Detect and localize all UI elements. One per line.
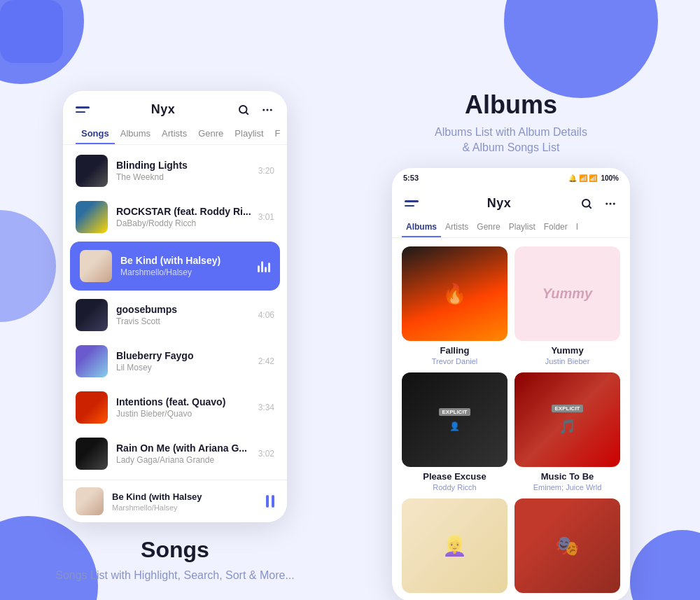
- wave-bar: [258, 265, 260, 272]
- album-card-5[interactable]: 👱‍♀️: [402, 498, 507, 593]
- songs-nav-tabs: Songs Albums Artists Genre Playlist F: [63, 124, 287, 145]
- svg-point-8: [610, 202, 612, 204]
- battery-level: 100%: [601, 174, 619, 182]
- header-icons: [237, 103, 274, 117]
- album-art-5: 👱‍♀️: [402, 498, 507, 593]
- album-art-6: 🎭: [514, 498, 620, 593]
- menu-line-2: [76, 111, 85, 113]
- song-artist: The Weeknd: [116, 172, 253, 182]
- album-card-6[interactable]: 🎭: [514, 498, 620, 593]
- song-item[interactable]: goosebumps Travis Scott 4:06: [63, 292, 287, 338]
- now-playing-bar: Be Kind (with Halsey Marshmello/Halsey: [63, 480, 287, 522]
- albums-tab-folder[interactable]: Folder: [540, 218, 572, 237]
- song-duration: 2:42: [258, 356, 274, 366]
- tab-albums[interactable]: Albums: [115, 124, 156, 144]
- svg-line-6: [589, 206, 591, 208]
- albums-title-section: Albums Albums List with Album Details& A…: [435, 84, 587, 155]
- album-card-falling[interactable]: 🔥 Falling Trevor Daniel: [402, 246, 507, 365]
- song-thumbnail: [76, 438, 108, 470]
- albums-tab-playlist[interactable]: Playlist: [505, 218, 540, 237]
- song-item[interactable]: Blueberry Faygo Lil Mosey 2:42: [63, 338, 287, 384]
- song-artist: Travis Scott: [116, 316, 253, 326]
- now-playing-name: Be Kind (with Halsey: [112, 491, 266, 502]
- albums-menu-icon[interactable]: [405, 200, 419, 207]
- now-playing-info: Be Kind (with Halsey Marshmello/Halsey: [112, 491, 266, 512]
- song-thumbnail: [76, 201, 108, 233]
- pause-icon[interactable]: [266, 495, 274, 508]
- albums-phone-mockup: 5:53 🔔 📶 📶 100% Nyx: [392, 168, 630, 600]
- album-card-music-to-be[interactable]: EXPLICIT 🎵 Music To Be Eminem; Juice Wrl…: [514, 372, 620, 491]
- search-icon[interactable]: [237, 103, 251, 117]
- tab-artists[interactable]: Artists: [156, 124, 192, 144]
- status-right: 🔔 📶 📶 100%: [568, 174, 619, 182]
- svg-point-5: [582, 200, 590, 207]
- svg-point-0: [239, 106, 247, 113]
- song-thumbnail: [76, 345, 108, 377]
- svg-line-1: [246, 112, 248, 114]
- tab-songs[interactable]: Songs: [76, 124, 115, 144]
- song-info: goosebumps Travis Scott: [116, 304, 253, 326]
- album-grid: 🔥 Falling Trevor Daniel Yummy Yummy Just…: [392, 238, 630, 600]
- song-item-active[interactable]: Be Kind (with Halsey) Marshmello/Halsey: [70, 242, 280, 291]
- album-art-yummy: Yummy: [514, 246, 620, 341]
- songs-section-label: Songs Songs List with Highlight, Search,…: [55, 538, 294, 584]
- explicit-badge-2: EXPLICIT: [552, 405, 582, 412]
- album-artist-falling: Trevor Daniel: [402, 357, 507, 365]
- tab-playlist[interactable]: Playlist: [229, 124, 269, 144]
- song-duration: 3:01: [258, 212, 274, 222]
- albums-section-subtitle: Albums List with Album Details& Album So…: [435, 125, 587, 156]
- song-info: Blueberry Faygo Lil Mosey: [116, 350, 253, 372]
- song-name: Be Kind (with Halsey): [120, 255, 252, 266]
- song-duration: 3:02: [258, 449, 274, 459]
- tab-genre[interactable]: Genre: [192, 124, 229, 144]
- song-duration: 3:34: [258, 403, 274, 412]
- wave-bar: [261, 261, 263, 272]
- albums-search-icon[interactable]: [580, 197, 594, 211]
- menu-line-1: [405, 200, 419, 202]
- more-icon[interactable]: [260, 103, 274, 117]
- song-item[interactable]: Blinding Lights The Weeknd 3:20: [63, 148, 287, 194]
- pause-bar-2: [272, 495, 274, 508]
- albums-app-title: Nyx: [487, 196, 512, 211]
- albums-tab-more[interactable]: I: [572, 218, 582, 237]
- song-info: Blinding Lights The Weeknd: [116, 160, 253, 182]
- song-name: Blinding Lights: [116, 160, 253, 171]
- song-info: Be Kind (with Halsey) Marshmello/Halsey: [120, 255, 252, 277]
- song-name: Blueberry Faygo: [116, 350, 253, 361]
- menu-icon[interactable]: [76, 106, 90, 113]
- app-title: Nyx: [151, 102, 176, 117]
- albums-tab-genre[interactable]: Genre: [472, 218, 504, 237]
- songs-phone-mockup: Nyx Songs: [63, 91, 287, 522]
- song-item[interactable]: ROCKSTAR (feat. Roddy Ri... DaBaby/Roddy…: [63, 194, 287, 240]
- song-duration: 4:06: [258, 310, 274, 320]
- song-thumbnail: [76, 391, 108, 424]
- explicit-badge: EXPLICIT: [439, 408, 470, 416]
- song-name: goosebumps: [116, 304, 253, 315]
- app-header: Nyx: [63, 91, 287, 124]
- tab-more[interactable]: F: [270, 124, 286, 144]
- decorative-rounded-rect: [0, 0, 63, 63]
- yummy-text: Yummy: [542, 286, 593, 302]
- status-time: 5:53: [403, 174, 419, 182]
- song-artist: Lady Gaga/Ariana Grande: [116, 455, 253, 465]
- album-name-please-excuse: Please Excuse: [402, 471, 507, 482]
- albums-more-icon[interactable]: [603, 197, 617, 211]
- albums-tab-albums[interactable]: Albums: [402, 218, 441, 237]
- song-thumbnail: [76, 155, 108, 187]
- menu-line-2: [405, 205, 414, 207]
- svg-point-7: [606, 202, 608, 204]
- album-figure-please-excuse: EXPLICIT 👤: [402, 372, 507, 467]
- menu-line-1: [76, 106, 90, 109]
- albums-app-header: Nyx: [392, 185, 630, 218]
- song-item[interactable]: Intentions (feat. Quavo) Justin Bieber/Q…: [63, 384, 287, 431]
- song-item[interactable]: Rain On Me (with Ariana G... Lady Gaga/A…: [63, 431, 287, 477]
- album-card-please-excuse[interactable]: EXPLICIT 👤 Please Excuse Roddy Ricch: [402, 372, 507, 491]
- song-artist: Marshmello/Halsey: [120, 267, 252, 277]
- album-name-yummy: Yummy: [514, 345, 620, 356]
- now-playing-thumbnail: [76, 487, 104, 515]
- album-card-yummy[interactable]: Yummy Yummy Justin Bieber: [514, 246, 620, 365]
- album-name-music-to-be: Music To Be: [514, 471, 620, 482]
- pause-bar-1: [266, 495, 269, 508]
- albums-tab-artists[interactable]: Artists: [441, 218, 472, 237]
- svg-point-2: [262, 109, 265, 111]
